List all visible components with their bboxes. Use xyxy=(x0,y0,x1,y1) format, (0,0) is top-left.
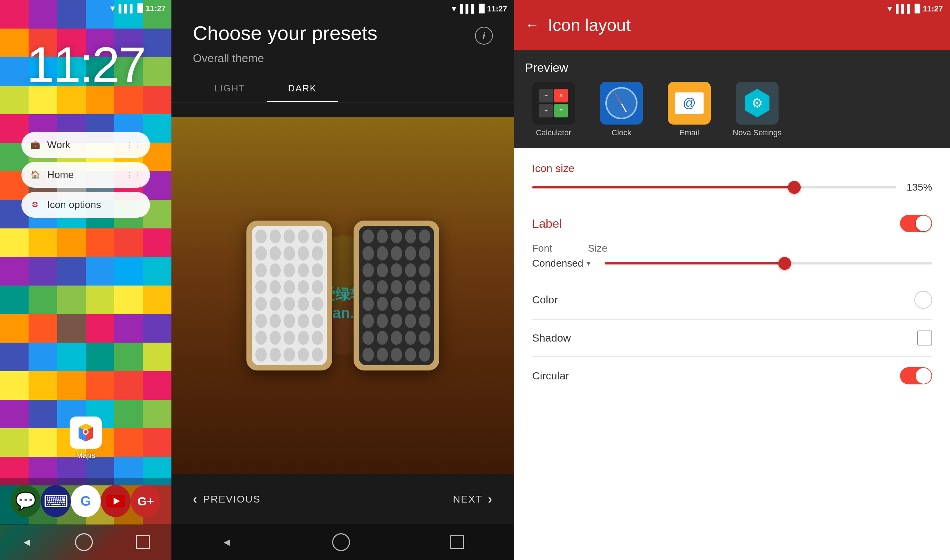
svg-marker-86 xyxy=(0,400,29,428)
shadow-checkbox[interactable] xyxy=(917,331,932,346)
dot xyxy=(270,246,281,260)
toggle-knob xyxy=(916,215,931,231)
svg-marker-57 xyxy=(57,257,86,286)
dot xyxy=(255,331,267,345)
dot xyxy=(377,314,388,328)
icon-size-thumb[interactable] xyxy=(788,181,801,194)
icon-size-track[interactable] xyxy=(532,186,896,188)
dot xyxy=(391,331,402,345)
dot xyxy=(405,331,416,345)
google-icon[interactable]: G xyxy=(71,485,101,517)
toolbar-back-button[interactable]: ← xyxy=(525,17,539,33)
label-toggle-row: Label xyxy=(532,215,932,232)
dot xyxy=(270,297,281,311)
keyboard-icon[interactable]: ⌨ xyxy=(41,485,71,517)
app-nova-settings: ⚙ Nova Settings xyxy=(729,82,786,137)
prev-button[interactable]: ‹ PREVIOUS xyxy=(193,492,261,507)
dot xyxy=(298,246,309,260)
theme-tabs: LIGHT DARK xyxy=(171,76,514,102)
menu-item-home[interactable]: 🏠 Home ⋮⋮ xyxy=(22,162,150,188)
svg-marker-63 xyxy=(57,286,86,314)
font-size-thumb[interactable] xyxy=(778,257,791,270)
presets-footer: ‹ PREVIOUS NEXT › xyxy=(171,474,514,524)
font-col-label: Font xyxy=(532,243,552,254)
maps-app[interactable]: Maps xyxy=(69,417,102,460)
tab-dark[interactable]: DARK xyxy=(267,76,338,102)
font-label-row: Font Size xyxy=(532,243,932,254)
dot xyxy=(284,246,295,260)
menu-item-icon-options[interactable]: ⚙ Icon options xyxy=(22,192,150,218)
font-name: Condensed xyxy=(532,258,583,269)
maps-icon xyxy=(69,417,102,449)
svg-marker-67 xyxy=(0,314,29,343)
p2-home-btn[interactable] xyxy=(332,533,350,551)
font-size-track[interactable] xyxy=(605,262,932,265)
svg-marker-51 xyxy=(57,228,86,257)
divider-4 xyxy=(532,356,932,357)
folder-menu: 💼 Work ⋮⋮ 🏠 Home ⋮⋮ ⚙ Icon options xyxy=(22,132,150,218)
hangouts-icon[interactable]: 💬 xyxy=(11,485,41,517)
circular-toggle[interactable] xyxy=(900,367,932,385)
dot xyxy=(312,246,323,260)
clock-icon[interactable] xyxy=(600,82,643,125)
back-button[interactable]: ◄ xyxy=(22,536,32,548)
youtube-icon[interactable] xyxy=(101,485,131,517)
settings-content: Icon size 135% Label Font Size Condensed xyxy=(514,148,950,560)
dot xyxy=(362,314,374,328)
nav-bar: ◄ xyxy=(0,524,171,560)
label-title: Label xyxy=(532,217,562,231)
svg-marker-87 xyxy=(29,400,57,428)
dot xyxy=(298,348,309,362)
svg-marker-69 xyxy=(57,314,86,343)
recent-button[interactable] xyxy=(136,535,150,549)
info-button[interactable]: i xyxy=(475,27,493,45)
dark-screen xyxy=(359,226,434,365)
p2-recent-btn[interactable] xyxy=(450,535,464,549)
email-label: Email xyxy=(679,128,699,137)
color-circle[interactable] xyxy=(914,291,932,309)
home-button[interactable] xyxy=(75,533,93,551)
dot xyxy=(255,246,267,260)
svg-marker-93 xyxy=(29,428,57,457)
dot xyxy=(362,348,374,362)
dot xyxy=(391,280,402,294)
dot xyxy=(405,297,416,311)
svg-marker-58 xyxy=(86,257,114,286)
clock-face xyxy=(605,87,637,119)
p3-status-bar: ▼ ▌▌▌ ▉ 11:27 xyxy=(886,0,950,18)
font-dropdown[interactable]: Condensed ▾ xyxy=(532,258,591,269)
google-plus-icon[interactable]: G+ xyxy=(131,485,161,517)
p2-back-btn[interactable]: ◄ xyxy=(221,536,232,548)
dot xyxy=(405,229,416,243)
nova-icon[interactable]: ⚙ xyxy=(736,82,779,125)
divider-1 xyxy=(532,204,932,204)
calculator-icon[interactable]: − × + = xyxy=(532,82,575,125)
p2-bars: ▌▌▌ xyxy=(460,4,477,14)
tab-light[interactable]: LIGHT xyxy=(193,76,267,102)
svg-marker-72 xyxy=(143,314,171,343)
email-icon[interactable]: @ xyxy=(668,82,711,125)
p2-nav-bar: ◄ xyxy=(171,524,514,560)
icon-options-label: Icon options xyxy=(47,199,143,211)
dot xyxy=(405,280,416,294)
next-button[interactable]: NEXT › xyxy=(453,492,493,507)
home-label: Home xyxy=(47,169,120,181)
dot xyxy=(312,348,323,362)
icon-size-value: 135% xyxy=(904,182,932,193)
svg-marker-75 xyxy=(57,343,86,371)
svg-marker-71 xyxy=(114,314,143,343)
status-bar: ▼ ▌▌▌ ▉ 11:27 xyxy=(0,0,171,17)
battery-icon: ▉ xyxy=(137,4,143,13)
dot xyxy=(419,348,430,362)
dot xyxy=(284,314,295,328)
label-toggle[interactable] xyxy=(900,215,932,232)
font-size-fill xyxy=(605,262,785,265)
svg-marker-84 xyxy=(143,371,171,400)
app-calculator: − × + = Calculator xyxy=(525,82,582,137)
dot xyxy=(362,280,374,294)
dot xyxy=(312,297,323,311)
next-label: NEXT xyxy=(453,494,483,505)
dot xyxy=(377,331,388,345)
menu-item-work[interactable]: 💼 Work ⋮⋮ xyxy=(22,132,150,158)
dot xyxy=(270,331,281,345)
